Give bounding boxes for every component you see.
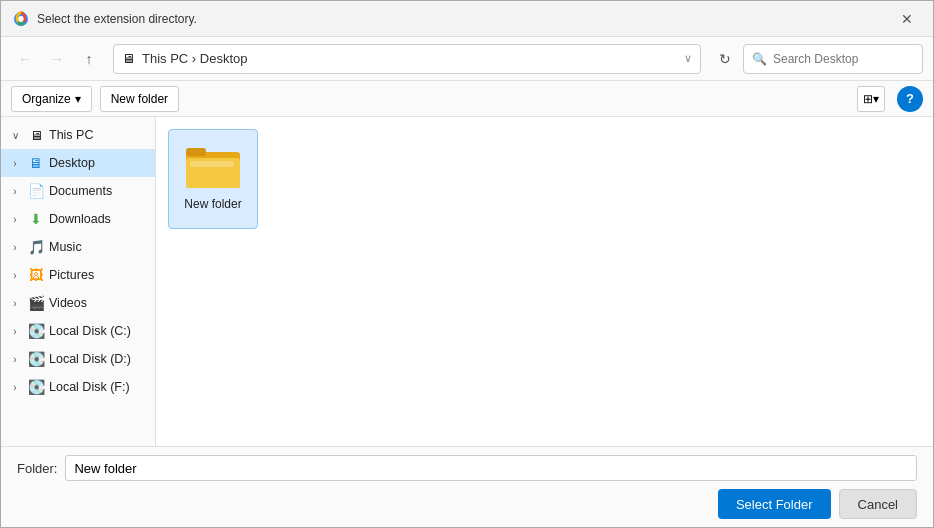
address-bar[interactable]: 🖥 This PC › Desktop ∨: [113, 44, 701, 74]
select-folder-button[interactable]: Select Folder: [718, 489, 831, 519]
main-content: ∨ 🖥 This PC › 🖥 Desktop › 📄 Documents › …: [1, 117, 933, 446]
cancel-button[interactable]: Cancel: [839, 489, 917, 519]
thispc-label: This PC: [49, 128, 93, 142]
downloads-label: Downloads: [49, 212, 111, 226]
folder-input[interactable]: [65, 455, 917, 481]
thispc-icon: 🖥: [27, 126, 45, 144]
search-icon: 🔍: [752, 52, 767, 66]
action-buttons: Select Folder Cancel: [17, 489, 917, 519]
help-button[interactable]: ?: [897, 86, 923, 112]
new-folder-label: New folder: [111, 92, 168, 106]
forward-button[interactable]: →: [43, 45, 71, 73]
new-folder-button[interactable]: New folder: [100, 86, 179, 112]
sidebar-item-localf[interactable]: › 💽 Local Disk (F:): [1, 373, 155, 401]
dialog-window: Select the extension directory. ✕ ← → ↑ …: [0, 0, 934, 528]
address-chevron-icon[interactable]: ∨: [684, 52, 692, 65]
svg-rect-5: [190, 161, 234, 167]
sidebar-item-videos[interactable]: › 🎬 Videos: [1, 289, 155, 317]
sidebar-item-localc[interactable]: › 💽 Local Disk (C:): [1, 317, 155, 345]
view-icon: ⊞: [863, 92, 873, 106]
videos-icon: 🎬: [27, 294, 45, 312]
svg-rect-3: [186, 148, 206, 156]
view-chevron-icon: ▾: [873, 92, 879, 106]
localc-chevron-icon: ›: [7, 323, 23, 339]
music-label: Music: [49, 240, 82, 254]
back-button[interactable]: ←: [11, 45, 39, 73]
videos-chevron-icon: ›: [7, 295, 23, 311]
title-bar-text: Select the extension directory.: [37, 12, 893, 26]
address-toolbar: ← → ↑ 🖥 This PC › Desktop ∨ ↻ 🔍: [1, 37, 933, 81]
pictures-label: Pictures: [49, 268, 94, 282]
thispc-chevron-icon: ∨: [7, 127, 23, 143]
downloads-chevron-icon: ›: [7, 211, 23, 227]
title-bar: Select the extension directory. ✕: [1, 1, 933, 37]
sidebar-item-documents[interactable]: › 📄 Documents: [1, 177, 155, 205]
locald-label: Local Disk (D:): [49, 352, 131, 366]
localf-chevron-icon: ›: [7, 379, 23, 395]
sidebar-item-locald[interactable]: › 💽 Local Disk (D:): [1, 345, 155, 373]
documents-label: Documents: [49, 184, 112, 198]
sidebar-item-desktop[interactable]: › 🖥 Desktop: [1, 149, 155, 177]
sidebar-item-music[interactable]: › 🎵 Music: [1, 233, 155, 261]
folder-icon: [183, 138, 243, 193]
up-button[interactable]: ↑: [75, 45, 103, 73]
localc-icon: 💽: [27, 322, 45, 340]
sidebar: ∨ 🖥 This PC › 🖥 Desktop › 📄 Documents › …: [1, 117, 156, 446]
sidebar-item-pictures[interactable]: › 🖼 Pictures: [1, 261, 155, 289]
locald-chevron-icon: ›: [7, 351, 23, 367]
localf-label: Local Disk (F:): [49, 380, 130, 394]
address-icon: 🖥: [122, 51, 138, 67]
localc-label: Local Disk (C:): [49, 324, 131, 338]
organize-button[interactable]: Organize ▾: [11, 86, 92, 112]
address-breadcrumb: This PC › Desktop: [142, 51, 680, 66]
music-chevron-icon: ›: [7, 239, 23, 255]
music-icon: 🎵: [27, 238, 45, 256]
search-bar[interactable]: 🔍: [743, 44, 923, 74]
desktop-chevron-icon: ›: [7, 155, 23, 171]
view-button[interactable]: ⊞ ▾: [857, 86, 885, 112]
chrome-icon: [13, 11, 29, 27]
videos-label: Videos: [49, 296, 87, 310]
desktop-label: Desktop: [49, 156, 95, 170]
organize-chevron-icon: ▾: [75, 92, 81, 106]
locald-icon: 💽: [27, 350, 45, 368]
sidebar-item-downloads[interactable]: › ⬇ Downloads: [1, 205, 155, 233]
downloads-icon: ⬇: [27, 210, 45, 228]
folder-label: Folder:: [17, 461, 57, 476]
folder-input-row: Folder:: [17, 455, 917, 481]
folder-name: New folder: [184, 197, 241, 211]
sidebar-item-thispc[interactable]: ∨ 🖥 This PC: [1, 121, 155, 149]
documents-chevron-icon: ›: [7, 183, 23, 199]
desktop-icon: 🖥: [27, 154, 45, 172]
documents-icon: 📄: [27, 182, 45, 200]
folder-item-new-folder[interactable]: New folder: [168, 129, 258, 229]
search-input[interactable]: [773, 52, 914, 66]
pictures-chevron-icon: ›: [7, 267, 23, 283]
organize-label: Organize: [22, 92, 71, 106]
bottom-bar: Folder: Select Folder Cancel: [1, 446, 933, 527]
close-button[interactable]: ✕: [893, 5, 921, 33]
refresh-button[interactable]: ↻: [711, 45, 739, 73]
pictures-icon: 🖼: [27, 266, 45, 284]
file-area: New folder: [156, 117, 933, 446]
actions-toolbar: Organize ▾ New folder ⊞ ▾ ?: [1, 81, 933, 117]
localf-icon: 💽: [27, 378, 45, 396]
